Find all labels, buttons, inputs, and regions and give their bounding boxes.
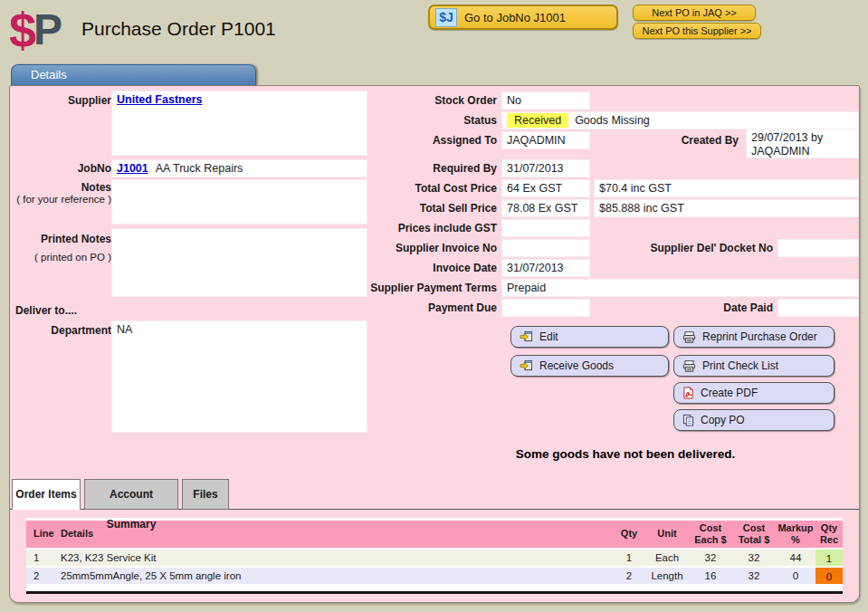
- job-dollar-icon: $J: [435, 8, 457, 27]
- copy-icon: [682, 414, 694, 426]
- cell-qty-rec-status: 0: [816, 568, 843, 584]
- logo-p-glyph: P: [33, 5, 62, 54]
- prices-include-gst-label: Prices include GST: [309, 222, 497, 234]
- cell-markup: 0: [776, 567, 816, 585]
- table-row[interactable]: 1 K23, K23 Service Kit 1 Each 32 32 44 1: [26, 548, 843, 566]
- printed-notes-sublabel: ( printed on PO ): [10, 252, 111, 263]
- tab-order-items[interactable]: Order Items: [12, 479, 81, 510]
- edit-button[interactable]: Edit: [510, 326, 669, 348]
- table-row[interactable]: 2 25mm5mmAngle, 25 X 5mm angle iron 2 Le…: [26, 566, 843, 584]
- del-docket-box: [777, 239, 859, 257]
- notes-sublabel: ( for your reference ): [10, 194, 111, 205]
- deliver-to-label: Deliver to....: [15, 304, 77, 317]
- cell-line: 1: [26, 549, 57, 567]
- next-po-supplier-button[interactable]: Next PO this Supplier >>: [633, 23, 761, 39]
- reprint-button[interactable]: Reprint Purchase Order: [673, 326, 835, 348]
- tab-files[interactable]: Files: [182, 479, 229, 510]
- prices-include-gst-box: [501, 219, 590, 237]
- cell-cost-each: 16: [689, 567, 732, 585]
- del-docket-label: Supplier Del' Docket No: [589, 242, 773, 254]
- payment-due-box: [501, 299, 590, 317]
- copy-po-label: Copy PO: [701, 414, 745, 426]
- cell-qty: 1: [613, 549, 645, 567]
- total-sell-label: Total Sell Price: [309, 202, 497, 215]
- supplier-label: Supplier: [15, 94, 111, 107]
- department-box: NA: [111, 320, 367, 433]
- tab-account-summary[interactable]: Account Summary: [84, 479, 178, 510]
- jobno-label: JobNo: [15, 162, 111, 175]
- supplier-invoice-label: Supplier Invoice No: [309, 242, 497, 254]
- total-cost-ex-box: 64 Ex GST: [501, 179, 590, 197]
- printer-icon: [682, 331, 696, 343]
- payment-terms-label: Supplier Payment Terms: [309, 282, 497, 294]
- payment-terms-box: Prepaid: [501, 279, 859, 297]
- col-header-cost-each: Cost Each $: [689, 521, 732, 548]
- jobno-desc: AA Truck Repairs: [156, 162, 243, 175]
- cell-markup: 44: [776, 549, 816, 567]
- assigned-to-box: JAQADMIN: [501, 131, 590, 149]
- cell-cost-total: 32: [732, 567, 776, 585]
- status-label: Status: [309, 114, 497, 127]
- payment-due-label: Payment Due: [309, 301, 497, 314]
- app-logo: $ P: [9, 2, 72, 58]
- printer-icon: [682, 360, 696, 372]
- cell-cost-total: 32: [732, 549, 776, 567]
- printed-notes-label: Printed Notes: [10, 233, 111, 245]
- required-by-label: Required By: [309, 162, 497, 175]
- created-by-box: 29/07/2013 by JAQADMIN: [746, 129, 859, 158]
- jobno-link[interactable]: J1001: [117, 162, 148, 175]
- col-header-unit: Unit: [645, 521, 689, 548]
- status-badge: Received: [507, 113, 568, 128]
- printed-notes-label-group: Printed Notes ( printed on PO ): [10, 233, 111, 263]
- department-label: Department: [15, 324, 111, 337]
- copy-po-button[interactable]: Copy PO: [673, 409, 835, 431]
- total-cost-label: Total Cost Price: [309, 182, 497, 195]
- pdf-icon: [682, 387, 694, 399]
- status-note: Goods Missing: [575, 114, 650, 127]
- edit-label: Edit: [539, 330, 558, 343]
- receive-goods-label: Receive Goods: [539, 359, 614, 372]
- page-title: Purchase Order P1001: [81, 18, 276, 40]
- cell-unit: Length: [645, 567, 689, 585]
- col-header-line: Line: [26, 521, 57, 548]
- stock-order-label: Stock Order: [309, 94, 497, 107]
- cell-details: K23, K23 Service Kit: [57, 549, 613, 567]
- edit-icon: [520, 330, 533, 343]
- date-paid-label: Date Paid: [589, 301, 773, 314]
- status-box: ReceivedGoods Missing: [501, 111, 859, 129]
- cell-unit: Each: [645, 549, 689, 567]
- cell-qty-rec-status: 1: [816, 550, 843, 566]
- col-header-cost-total: Cost Total $: [732, 521, 776, 548]
- receive-goods-icon: [520, 359, 533, 372]
- create-pdf-button[interactable]: Create PDF: [673, 382, 835, 404]
- supplier-link[interactable]: United Fastners: [117, 93, 202, 106]
- total-sell-ex-box: 78.08 Ex GST: [501, 199, 590, 217]
- supplier-invoice-box: [501, 239, 590, 257]
- logo-dollar-glyph: $: [9, 2, 36, 58]
- notes-label: Notes: [10, 181, 111, 194]
- stock-order-box: No: [501, 91, 590, 110]
- create-pdf-label: Create PDF: [701, 387, 758, 399]
- assigned-to-label: Assigned To: [309, 134, 497, 147]
- col-header-markup: Markup %: [776, 521, 816, 548]
- goto-job-label: Go to JobNo J1001: [464, 11, 566, 24]
- cell-details: 25mm5mmAngle, 25 X 5mm angle iron: [57, 567, 613, 585]
- print-check-button[interactable]: Print Check List: [673, 355, 835, 377]
- next-po-jaq-button[interactable]: Next PO in JAQ >>: [633, 5, 756, 21]
- tab-details[interactable]: Details: [11, 64, 256, 85]
- invoice-date-box: 31/07/2013: [501, 259, 590, 277]
- reprint-label: Reprint Purchase Order: [702, 330, 817, 343]
- date-paid-box: [777, 299, 859, 317]
- col-header-qty-rec: Qty Rec: [816, 521, 843, 548]
- warning-text: Some goods have not been delivered.: [444, 447, 806, 461]
- required-by-box: 31/07/2013: [501, 159, 590, 177]
- details-panel: Supplier United Fastners JobNo J1001AA T…: [9, 85, 860, 603]
- notes-label-group: Notes ( for your reference ): [10, 181, 111, 205]
- created-by-label: Created By: [589, 134, 739, 147]
- goto-job-button[interactable]: $J Go to JobNo J1001: [428, 5, 618, 30]
- print-check-label: Print Check List: [702, 359, 778, 372]
- cell-line: 2: [26, 567, 57, 585]
- cell-qty: 2: [613, 567, 645, 585]
- receive-goods-button[interactable]: Receive Goods: [510, 355, 669, 377]
- cell-cost-each: 32: [689, 549, 732, 567]
